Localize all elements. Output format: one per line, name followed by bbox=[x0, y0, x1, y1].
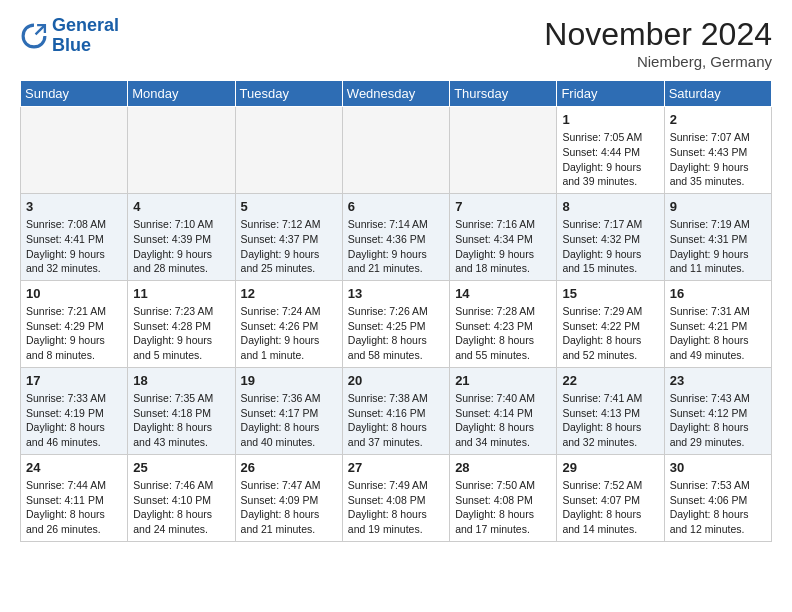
day-number: 16 bbox=[670, 285, 766, 303]
day-info: Sunset: 4:10 PM bbox=[133, 493, 229, 508]
day-number: 29 bbox=[562, 459, 658, 477]
day-info: Daylight: 8 hours bbox=[348, 333, 444, 348]
day-info: Daylight: 9 hours bbox=[562, 160, 658, 175]
day-info: Sunrise: 7:17 AM bbox=[562, 217, 658, 232]
day-info: Sunrise: 7:41 AM bbox=[562, 391, 658, 406]
day-info: Sunset: 4:11 PM bbox=[26, 493, 122, 508]
day-info: Sunset: 4:21 PM bbox=[670, 319, 766, 334]
calendar-cell bbox=[235, 107, 342, 194]
day-info: Daylight: 9 hours bbox=[670, 160, 766, 175]
day-info: Sunset: 4:29 PM bbox=[26, 319, 122, 334]
day-info: Sunrise: 7:38 AM bbox=[348, 391, 444, 406]
day-info: Sunrise: 7:35 AM bbox=[133, 391, 229, 406]
day-info: Sunrise: 7:14 AM bbox=[348, 217, 444, 232]
day-number: 25 bbox=[133, 459, 229, 477]
day-info: and 24 minutes. bbox=[133, 522, 229, 537]
day-info: Daylight: 8 hours bbox=[348, 507, 444, 522]
day-info: Sunrise: 7:44 AM bbox=[26, 478, 122, 493]
day-info: Sunset: 4:09 PM bbox=[241, 493, 337, 508]
day-info: Sunset: 4:36 PM bbox=[348, 232, 444, 247]
day-info: Daylight: 8 hours bbox=[562, 507, 658, 522]
day-info: Sunrise: 7:29 AM bbox=[562, 304, 658, 319]
day-number: 7 bbox=[455, 198, 551, 216]
day-info: Daylight: 8 hours bbox=[26, 420, 122, 435]
day-info: Daylight: 8 hours bbox=[26, 507, 122, 522]
calendar-cell: 7Sunrise: 7:16 AMSunset: 4:34 PMDaylight… bbox=[450, 193, 557, 280]
day-info: Daylight: 8 hours bbox=[670, 507, 766, 522]
day-info: and 8 minutes. bbox=[26, 348, 122, 363]
day-info: Daylight: 9 hours bbox=[241, 247, 337, 262]
day-info: Sunset: 4:06 PM bbox=[670, 493, 766, 508]
calendar-cell: 21Sunrise: 7:40 AMSunset: 4:14 PMDayligh… bbox=[450, 367, 557, 454]
day-info: and 12 minutes. bbox=[670, 522, 766, 537]
day-info: and 17 minutes. bbox=[455, 522, 551, 537]
day-info: Sunset: 4:08 PM bbox=[455, 493, 551, 508]
day-info: Sunrise: 7:10 AM bbox=[133, 217, 229, 232]
day-info: and 58 minutes. bbox=[348, 348, 444, 363]
day-number: 3 bbox=[26, 198, 122, 216]
calendar-cell bbox=[128, 107, 235, 194]
day-info: Daylight: 9 hours bbox=[348, 247, 444, 262]
day-info: Sunset: 4:17 PM bbox=[241, 406, 337, 421]
day-info: Sunrise: 7:28 AM bbox=[455, 304, 551, 319]
day-info: and 35 minutes. bbox=[670, 174, 766, 189]
day-number: 18 bbox=[133, 372, 229, 390]
day-info: Sunset: 4:43 PM bbox=[670, 145, 766, 160]
title-area: November 2024 Niemberg, Germany bbox=[544, 16, 772, 70]
calendar-cell: 11Sunrise: 7:23 AMSunset: 4:28 PMDayligh… bbox=[128, 280, 235, 367]
day-info: Sunset: 4:37 PM bbox=[241, 232, 337, 247]
day-info: Sunrise: 7:08 AM bbox=[26, 217, 122, 232]
day-info: Sunrise: 7:46 AM bbox=[133, 478, 229, 493]
calendar-cell bbox=[450, 107, 557, 194]
calendar-cell: 10Sunrise: 7:21 AMSunset: 4:29 PMDayligh… bbox=[21, 280, 128, 367]
calendar-cell: 16Sunrise: 7:31 AMSunset: 4:21 PMDayligh… bbox=[664, 280, 771, 367]
day-number: 11 bbox=[133, 285, 229, 303]
day-info: Sunrise: 7:12 AM bbox=[241, 217, 337, 232]
day-number: 15 bbox=[562, 285, 658, 303]
calendar-cell: 3Sunrise: 7:08 AMSunset: 4:41 PMDaylight… bbox=[21, 193, 128, 280]
calendar-cell: 28Sunrise: 7:50 AMSunset: 4:08 PMDayligh… bbox=[450, 454, 557, 541]
calendar-cell: 13Sunrise: 7:26 AMSunset: 4:25 PMDayligh… bbox=[342, 280, 449, 367]
calendar-cell: 27Sunrise: 7:49 AMSunset: 4:08 PMDayligh… bbox=[342, 454, 449, 541]
calendar-cell: 5Sunrise: 7:12 AMSunset: 4:37 PMDaylight… bbox=[235, 193, 342, 280]
day-number: 5 bbox=[241, 198, 337, 216]
day-info: Sunrise: 7:19 AM bbox=[670, 217, 766, 232]
day-info: Sunset: 4:31 PM bbox=[670, 232, 766, 247]
day-info: and 34 minutes. bbox=[455, 435, 551, 450]
day-number: 14 bbox=[455, 285, 551, 303]
day-number: 27 bbox=[348, 459, 444, 477]
day-info: and 21 minutes. bbox=[348, 261, 444, 276]
day-info: Daylight: 8 hours bbox=[455, 507, 551, 522]
week-row-3: 17Sunrise: 7:33 AMSunset: 4:19 PMDayligh… bbox=[21, 367, 772, 454]
calendar-cell: 23Sunrise: 7:43 AMSunset: 4:12 PMDayligh… bbox=[664, 367, 771, 454]
day-info: Daylight: 8 hours bbox=[562, 333, 658, 348]
day-info: Sunset: 4:18 PM bbox=[133, 406, 229, 421]
day-info: and 55 minutes. bbox=[455, 348, 551, 363]
day-info: Daylight: 8 hours bbox=[670, 333, 766, 348]
day-info: Daylight: 9 hours bbox=[26, 247, 122, 262]
calendar-cell bbox=[342, 107, 449, 194]
day-info: Sunrise: 7:33 AM bbox=[26, 391, 122, 406]
calendar-cell: 9Sunrise: 7:19 AMSunset: 4:31 PMDaylight… bbox=[664, 193, 771, 280]
day-number: 23 bbox=[670, 372, 766, 390]
calendar-cell bbox=[21, 107, 128, 194]
day-info: Sunrise: 7:53 AM bbox=[670, 478, 766, 493]
day-info: Sunrise: 7:40 AM bbox=[455, 391, 551, 406]
day-info: and 52 minutes. bbox=[562, 348, 658, 363]
header-monday: Monday bbox=[128, 81, 235, 107]
day-number: 12 bbox=[241, 285, 337, 303]
day-info: Daylight: 8 hours bbox=[241, 507, 337, 522]
page: General Blue November 2024 Niemberg, Ger… bbox=[0, 0, 792, 554]
header-tuesday: Tuesday bbox=[235, 81, 342, 107]
day-info: Sunset: 4:26 PM bbox=[241, 319, 337, 334]
day-number: 20 bbox=[348, 372, 444, 390]
day-info: and 39 minutes. bbox=[562, 174, 658, 189]
day-info: and 26 minutes. bbox=[26, 522, 122, 537]
week-row-2: 10Sunrise: 7:21 AMSunset: 4:29 PMDayligh… bbox=[21, 280, 772, 367]
day-info: Sunset: 4:08 PM bbox=[348, 493, 444, 508]
day-info: and 25 minutes. bbox=[241, 261, 337, 276]
day-info: Sunrise: 7:36 AM bbox=[241, 391, 337, 406]
day-info: Sunrise: 7:43 AM bbox=[670, 391, 766, 406]
calendar-cell: 12Sunrise: 7:24 AMSunset: 4:26 PMDayligh… bbox=[235, 280, 342, 367]
month-title: November 2024 bbox=[544, 16, 772, 53]
